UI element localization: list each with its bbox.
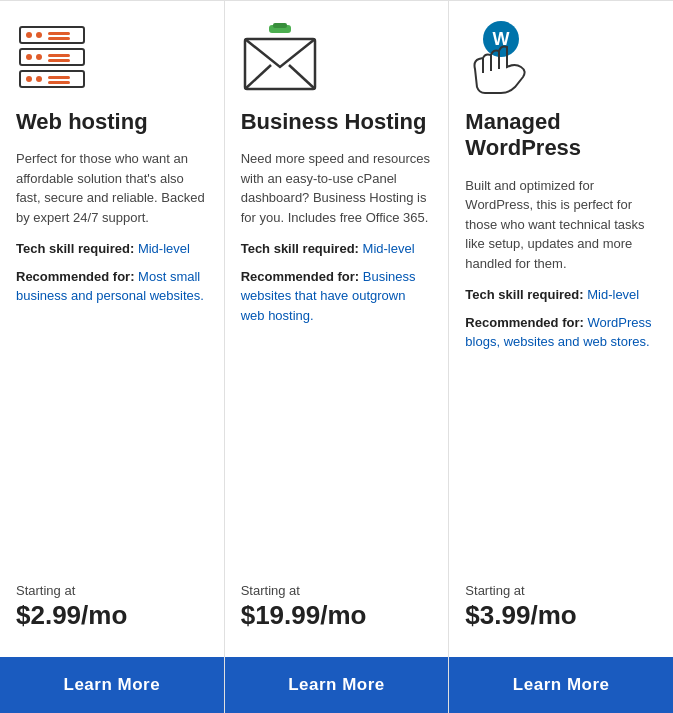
svg-point-11 (26, 76, 32, 82)
managed-wordpress-description: Built and optimized for WordPress, this … (465, 176, 657, 274)
svg-rect-4 (48, 37, 70, 40)
svg-rect-14 (48, 81, 70, 84)
managed-wordpress-title: Managed WordPress (465, 109, 657, 162)
business-hosting-description: Need more speed and resources with an ea… (241, 149, 433, 227)
svg-rect-9 (48, 59, 70, 62)
svg-point-2 (36, 32, 42, 38)
business-hosting-price: $19.99/mo (241, 600, 433, 631)
business-hosting-learn-more-button[interactable]: Learn More (225, 657, 449, 713)
managed-wordpress-price-section: Starting at $3.99/mo (465, 565, 657, 657)
svg-point-1 (26, 32, 32, 38)
business-hosting-card: Business Hosting Need more speed and res… (225, 1, 450, 713)
managed-wordpress-card: W Managed WordPress Built and optimized … (449, 1, 673, 713)
svg-rect-3 (48, 32, 70, 35)
web-hosting-description: Perfect for those who want an affordable… (16, 149, 208, 227)
web-hosting-learn-more-button[interactable]: Learn More (0, 657, 224, 713)
wordpress-icon: W (465, 19, 657, 99)
svg-point-6 (26, 54, 32, 60)
svg-point-7 (36, 54, 42, 60)
business-hosting-tech-skill: Tech skill required: Mid-level (241, 239, 433, 259)
web-hosting-starting-at: Starting at (16, 583, 208, 598)
managed-wordpress-recommended: Recommended for: WordPress blogs, websit… (465, 313, 657, 352)
svg-rect-13 (48, 76, 70, 79)
managed-wordpress-price: $3.99/mo (465, 600, 657, 631)
svg-point-12 (36, 76, 42, 82)
svg-rect-19 (273, 23, 287, 28)
business-hosting-recommended: Recommended for: Business websites that … (241, 267, 433, 326)
business-hosting-starting-at: Starting at (241, 583, 433, 598)
envelope-icon (241, 19, 433, 99)
web-hosting-tech-skill: Tech skill required: Mid-level (16, 239, 208, 259)
web-hosting-card: Web hosting Perfect for those who want a… (0, 1, 225, 713)
cards-container: Web hosting Perfect for those who want a… (0, 0, 673, 713)
web-hosting-recommended: Recommended for: Most small business and… (16, 267, 208, 306)
managed-wordpress-starting-at: Starting at (465, 583, 657, 598)
svg-rect-8 (48, 54, 70, 57)
server-icon (16, 19, 208, 99)
web-hosting-price-section: Starting at $2.99/mo (16, 565, 208, 657)
web-hosting-price: $2.99/mo (16, 600, 208, 631)
managed-wordpress-tech-skill: Tech skill required: Mid-level (465, 285, 657, 305)
svg-line-17 (289, 65, 315, 89)
web-hosting-title: Web hosting (16, 109, 208, 135)
svg-line-16 (245, 65, 271, 89)
business-hosting-title: Business Hosting (241, 109, 433, 135)
business-hosting-price-section: Starting at $19.99/mo (241, 565, 433, 657)
managed-wordpress-learn-more-button[interactable]: Learn More (449, 657, 673, 713)
